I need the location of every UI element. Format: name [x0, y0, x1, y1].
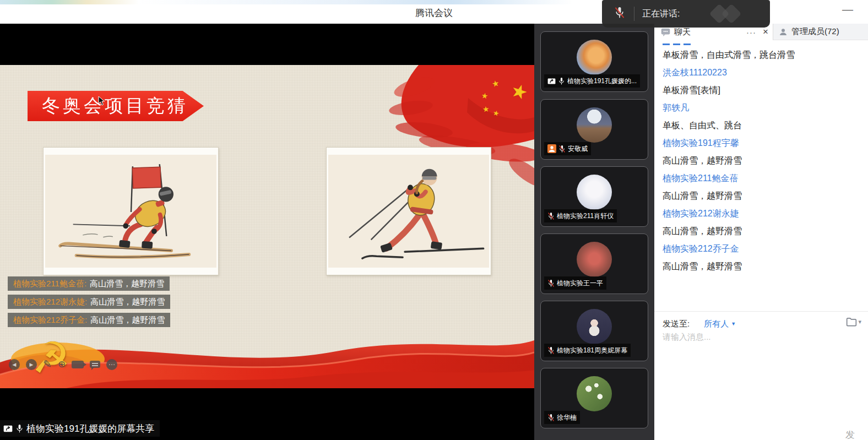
chat-message-text: 单板滑雪，自由式滑雪，跳台滑雪 — [654, 46, 868, 64]
participant-tile[interactable]: 植物实验181周奥妮屏幕 — [540, 301, 648, 361]
pen-tool-button[interactable]: ✎ — [43, 358, 52, 371]
participant-tile[interactable]: 植物实验211肖轩仪 — [540, 166, 648, 227]
comment-button[interactable] — [90, 361, 100, 368]
caption-text: 高山滑雪，越野滑雪 — [90, 279, 164, 289]
screen-share-label: 植物实验191孔媛媛的屏幕共享 — [26, 422, 154, 435]
participant-name: 植物实验211肖轩仪 — [557, 211, 614, 221]
participant-avatar — [577, 107, 612, 143]
mic-muted-icon — [547, 279, 555, 287]
participant-label: 安敬威 — [544, 142, 591, 155]
mic-muted-icon — [547, 346, 555, 355]
mic-muted-icon — [547, 414, 555, 422]
chat-message-area: 单板滑雪，自由式滑雪，跳台滑雪洪金枝11120223单板滑雪[表情]郭轶凡单板、… — [654, 40, 868, 311]
presentation-slide: ★ ★ ★ ★ ★ 冬奥会项目竞猜 — [0, 65, 534, 388]
chat-panel: 聊天 ··· × 管理成员(72) 单板滑雪，自由式滑雪，跳台滑雪洪金枝1112… — [654, 24, 868, 440]
participant-label: 植物实验211肖轩仪 — [544, 209, 617, 222]
host-person-badge-icon — [547, 144, 556, 153]
screen-share-bar: 植物实验191孔媛媛的屏幕共享 — [0, 420, 160, 437]
chat-message-text: 高山滑雪，越野滑雪 — [654, 222, 868, 240]
screen-caption: 植物实验212谢永婕:高山滑雪，越野滑雪 — [8, 295, 170, 309]
send-bar: 发送至: 所有人 ▼ ▾ — [654, 316, 868, 332]
participant-label: 植物实验181周奥妮屏幕 — [544, 344, 631, 357]
red-ribbon-decor — [0, 319, 534, 388]
participant-name: 徐华楠 — [557, 413, 577, 422]
send-button[interactable]: 发 — [845, 428, 855, 440]
flag-star-icon: ★ — [481, 91, 489, 101]
tab-chat-label: 聊天 — [674, 27, 691, 37]
speaking-now-label: 正在讲话: — [642, 8, 680, 20]
participant-tile[interactable]: 植物实验王一平 — [540, 233, 648, 294]
screen-share-icon — [3, 424, 13, 433]
divider — [654, 311, 868, 312]
send-to-dropdown[interactable]: 所有人 ▼ — [704, 319, 736, 329]
mouse-cursor — [98, 96, 105, 106]
chat-sender-name: 植物实验212乔子金 — [654, 240, 868, 258]
slide-title: 冬奥会项目竞猜 — [28, 94, 188, 118]
prev-slide-button[interactable]: ◀ — [9, 359, 20, 370]
tencent-meeting-logo — [702, 4, 752, 23]
speaking-now-banner: 正在讲话: — [602, 0, 770, 28]
chat-more-button[interactable]: ··· — [746, 28, 756, 37]
more-options-button[interactable]: ⋯ — [106, 359, 117, 370]
participant-name: 植物实验王一平 — [557, 279, 603, 288]
presentation-controls: ◀▶✎⊕⋯ — [9, 358, 117, 371]
mic-muted-icon — [558, 145, 566, 153]
chat-message-text: 高山滑雪，越野滑雪 — [654, 187, 868, 205]
caption-text: 高山滑雪，越野滑雪 — [90, 297, 165, 307]
chevron-down-icon: ▼ — [731, 321, 736, 327]
participant-name: 植物实验191孔媛媛的... — [567, 77, 637, 86]
caption-sender: 植物实验211鲍金蓓: — [13, 279, 86, 289]
participant-avatar — [577, 175, 612, 210]
next-slide-button[interactable]: ▶ — [26, 359, 37, 370]
participant-avatar — [577, 376, 612, 411]
slide-title-banner: 冬奥会项目竞猜 — [28, 91, 204, 121]
chat-sender-name: 郭轶凡 — [654, 99, 868, 117]
participant-label: 植物实验191孔媛媛的... — [544, 74, 640, 88]
laser-pointer-button[interactable]: ⊕ — [58, 358, 66, 370]
caption-sender: 植物实验212谢永婕: — [13, 297, 87, 307]
cross-country-ski-panel — [326, 147, 491, 275]
alpine-skier-illustration — [45, 155, 216, 268]
chat-bubble-icon — [661, 28, 670, 36]
minimize-button[interactable]: — — [838, 1, 857, 18]
clipped-sender-name — [663, 40, 868, 46]
chat-input-placeholder: 请输入消息... — [663, 332, 711, 341]
tab-members-label: 管理成员(72) — [791, 26, 839, 37]
chat-message-text: 高山滑雪，越野滑雪 — [654, 258, 868, 275]
divider — [634, 7, 634, 21]
screen-share-icon — [547, 77, 556, 85]
participant-tile[interactable]: 植物实验191孔媛媛的... — [540, 31, 648, 92]
chat-sender-name: 植物实验191程宇馨 — [654, 134, 868, 152]
folder-icon — [846, 317, 857, 327]
chat-message-text: 高山滑雪，越野滑雪 — [654, 152, 868, 170]
chevron-down-icon: ▾ — [858, 318, 861, 325]
screen-caption: 植物实验211鲍金蓓:高山滑雪，越野滑雪 — [8, 276, 170, 291]
participant-name: 安敬威 — [568, 144, 588, 154]
mic-on-icon — [15, 424, 24, 433]
participant-avatar — [577, 40, 612, 75]
participant-label: 植物实验王一平 — [544, 276, 606, 290]
mic-muted-icon — [614, 7, 625, 19]
chat-close-button[interactable]: × — [763, 26, 768, 37]
participant-video-strip: 植物实验191孔媛媛的... 安敬威 — [534, 24, 654, 440]
chat-message-text: 单板滑雪[表情] — [654, 82, 868, 99]
tab-manage-members[interactable]: 管理成员(72) — [773, 24, 868, 40]
participant-tile[interactable]: 安敬威 — [540, 99, 648, 160]
chat-sender-name: 植物实验212谢永婕 — [654, 205, 868, 222]
cross-country-skier-illustration — [328, 155, 489, 268]
participant-avatar — [577, 309, 612, 344]
alpine-ski-panel — [43, 147, 219, 275]
mic-muted-icon — [547, 212, 555, 220]
tencent-meeting-window: 腾讯会议 — ★ ★ ★ ★ ★ 冬奥会项目竞猜 — [0, 0, 868, 440]
shared-screen-stage: ★ ★ ★ ★ ★ 冬奥会项目竞猜 — [0, 24, 534, 440]
participant-name: 植物实验181周奥妮屏幕 — [557, 346, 627, 355]
camera-button[interactable] — [72, 361, 84, 368]
chat-file-button[interactable]: ▾ — [846, 317, 861, 327]
mic-on-icon — [558, 77, 565, 85]
participant-avatar — [577, 242, 612, 277]
participant-tile[interactable]: 徐华楠 — [540, 368, 648, 428]
participant-label: 徐华楠 — [544, 411, 580, 424]
chat-input[interactable]: 请输入消息... — [663, 332, 861, 420]
chat-message-text: 单板、自由式、跳台 — [654, 117, 868, 134]
person-icon — [779, 28, 788, 36]
